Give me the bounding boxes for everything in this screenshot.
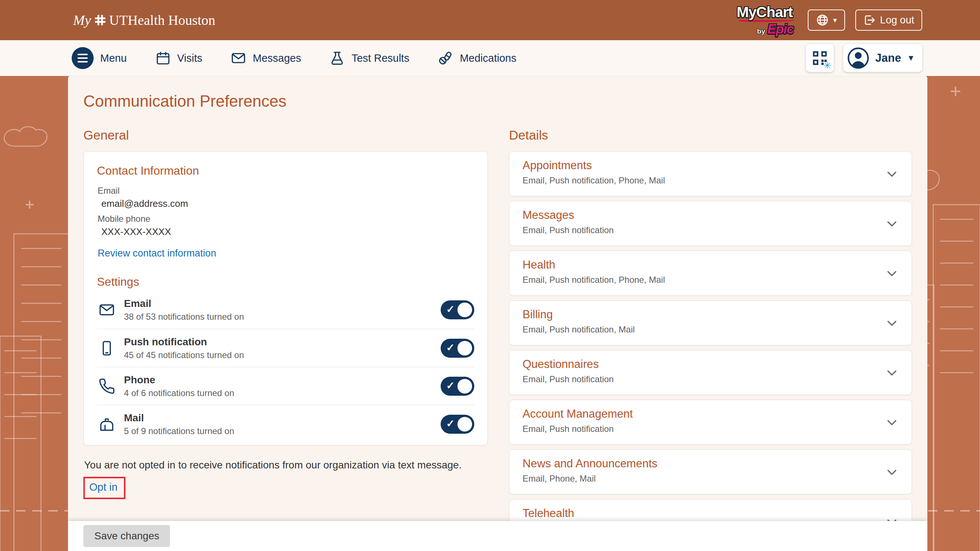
brand-name: UTHealth Houston (109, 12, 215, 28)
brand-my: My (73, 12, 91, 28)
detail-card-sub: Email, Phone, Mail (523, 473, 872, 484)
brand-logo: My UTHealth Houston (73, 12, 215, 28)
detail-card-title: Telehealth (523, 507, 872, 520)
check-icon: ✓ (446, 418, 455, 430)
detail-card-sub: Email, Push notification, Phone, Mail (523, 175, 872, 186)
caret-down-icon: ▾ (834, 16, 837, 24)
uthealth-cross-icon (94, 14, 107, 26)
detail-card-title: Health (523, 258, 872, 272)
setting-row-email: Email 38 of 53 notifications turned on ✓ (97, 291, 474, 329)
detail-card-sub: Email, Push notification, Mail (523, 324, 872, 335)
detail-card-billing[interactable]: Billing Email, Push notification, Mail (509, 300, 912, 345)
detail-card-appointments[interactable]: Appointments Email, Push notification, P… (509, 151, 912, 196)
detail-card-title: Questionnaires (523, 358, 872, 371)
setting-sub: 38 of 53 notifications turned on (124, 312, 244, 322)
logout-label: Log out (880, 14, 914, 26)
detail-card-questionnaires[interactable]: Questionnaires Email, Push notification (509, 350, 912, 395)
setting-label: Phone (124, 374, 234, 386)
nav-label-visits: Visits (177, 52, 203, 64)
caret-down-icon: ▼ (907, 53, 915, 63)
general-heading: General (83, 128, 488, 143)
chevron-down-icon (885, 416, 899, 429)
avatar-icon (847, 47, 870, 70)
header-actions: MyChart by Epic ▾ (737, 5, 922, 36)
calendar-icon (156, 51, 171, 66)
hamburger-icon (72, 47, 94, 69)
page-title: Communication Preferences (83, 92, 928, 110)
phone-toggle[interactable]: ✓ (441, 377, 474, 396)
detail-card-sub: Email, Push notification (523, 424, 872, 434)
pills-icon (438, 51, 453, 66)
mail-toggle[interactable]: ✓ (441, 415, 474, 434)
top-header: My UTHealth Houston MyChart by Epic (0, 0, 980, 40)
email-toggle[interactable]: ✓ (441, 300, 474, 319)
qr-code-button[interactable]: ✳ (806, 44, 834, 72)
toggle-knob (457, 417, 472, 432)
detail-card-title: Appointments (523, 159, 872, 172)
details-heading: Details (509, 128, 912, 143)
check-icon: ✓ (446, 380, 455, 392)
phone-icon (99, 378, 115, 395)
email-label: Email (98, 186, 474, 196)
save-changes-button[interactable]: Save changes (83, 525, 170, 547)
detail-card-sub: Email, Push notification (523, 225, 872, 235)
toggle-knob (457, 379, 472, 394)
general-section: General Contact Information Email email@… (83, 128, 488, 549)
detail-card-title: News and Announcements (523, 457, 872, 470)
epic-wordmark: Epic (768, 23, 794, 36)
envelope-icon (231, 51, 246, 66)
detail-card-sub: Email, Push notification (523, 374, 872, 384)
smartphone-icon (99, 340, 115, 357)
globe-icon (816, 14, 829, 27)
nav-item-medications[interactable]: Medications (438, 51, 516, 66)
nav-item-test-results[interactable]: Test Results (329, 51, 409, 66)
flask-icon (329, 51, 345, 66)
review-contact-link[interactable]: Review contact information (98, 248, 216, 259)
nav-item-menu[interactable]: Menu (72, 47, 127, 69)
nav-label-test-results: Test Results (352, 52, 409, 64)
nav-label-medications: Medications (460, 52, 516, 64)
detail-card-messages[interactable]: Messages Email, Push notification (509, 201, 912, 246)
push-toggle[interactable]: ✓ (441, 339, 474, 358)
content-panel: Communication Preferences General Contac… (68, 76, 928, 551)
nav-item-visits[interactable]: Visits (156, 51, 203, 66)
nav-label-messages: Messages (253, 52, 301, 64)
mailbox-icon (99, 416, 115, 433)
mychart-wordmark: MyChart (737, 5, 794, 19)
chevron-down-icon (885, 217, 899, 230)
mobile-phone-label: Mobile phone (98, 214, 474, 224)
toggle-knob (457, 341, 472, 356)
detail-card-news[interactable]: News and Announcements Email, Phone, Mai… (509, 449, 912, 494)
nav-item-messages[interactable]: Messages (231, 51, 301, 66)
contact-info-heading: Contact Information (97, 164, 474, 178)
detail-card-health[interactable]: Health Email, Push notification, Phone, … (509, 251, 912, 295)
email-value: email@address.com (101, 198, 474, 210)
chevron-down-icon (885, 267, 899, 280)
chevron-down-icon (885, 366, 899, 379)
envelope-icon (99, 302, 115, 318)
detail-card-account-management[interactable]: Account Management Email, Push notificat… (509, 400, 912, 445)
mychart-by: by (757, 28, 765, 35)
chevron-down-icon (885, 316, 899, 330)
contact-settings-card: Contact Information Email email@address.… (83, 151, 488, 445)
main-nav: Menu Visits Messages (0, 40, 980, 76)
setting-label: Mail (124, 412, 234, 424)
logout-button[interactable]: Log out (855, 10, 922, 31)
user-menu[interactable]: Jane ▼ (843, 44, 922, 72)
save-bar: Save changes (68, 521, 928, 551)
check-icon: ✓ (446, 341, 455, 354)
setting-row-mail: Mail 5 of 9 notifications turned on ✓ (97, 405, 474, 443)
mychart-epic-logo: MyChart by Epic (737, 5, 794, 36)
setting-sub: 5 of 9 notifications turned on (124, 426, 234, 436)
opt-in-link[interactable]: Opt in (89, 481, 118, 493)
logout-icon (863, 14, 876, 26)
setting-row-push: Push notification 45 of 45 notifications… (97, 329, 474, 367)
detail-card-title: Messages (523, 209, 872, 222)
nav-label-menu: Menu (100, 52, 127, 64)
detail-card-title: Billing (523, 308, 872, 321)
detail-card-sub: Email, Push notification, Phone, Mail (523, 275, 872, 285)
language-button[interactable]: ▾ (808, 10, 845, 31)
toggle-knob (457, 303, 472, 317)
setting-sub: 4 of 6 notifications turned on (124, 388, 234, 398)
detail-card-title: Account Management (523, 407, 872, 421)
